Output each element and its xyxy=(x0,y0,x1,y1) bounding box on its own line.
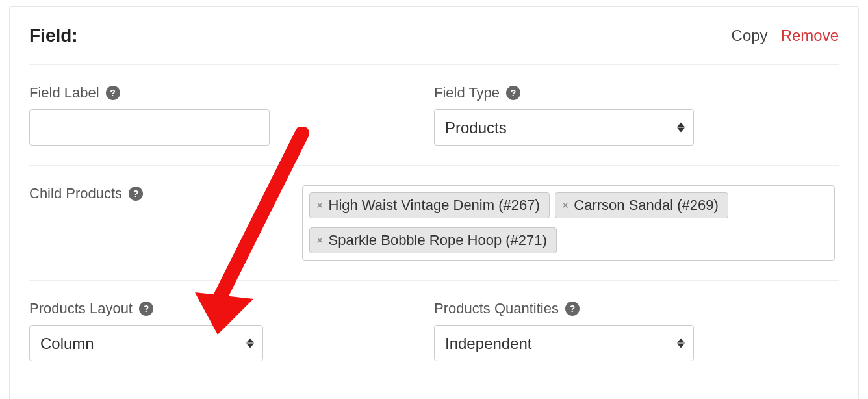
help-icon[interactable]: ? xyxy=(106,86,120,100)
help-icon[interactable]: ? xyxy=(506,86,520,100)
col-field-label: Field Label ? xyxy=(29,84,434,146)
tag-label: High Waist Vintage Denim (#267) xyxy=(329,197,540,214)
col-products-layout: Products Layout ? Column xyxy=(29,300,434,361)
tag-label: Sparkle Bobble Rope Hoop (#271) xyxy=(329,232,547,249)
tag-label: Carrson Sandal (#269) xyxy=(574,197,719,214)
tag-item[interactable]: × Carrson Sandal (#269) xyxy=(555,192,728,218)
products-layout-label: Products Layout xyxy=(29,300,133,317)
col-child-products-tags: × High Waist Vintage Denim (#267) × Carr… xyxy=(302,185,839,261)
row-layout-quantities: Products Layout ? Column Products Quanti… xyxy=(29,281,839,381)
panel-header: Field: Copy Remove xyxy=(29,7,839,64)
close-icon[interactable]: × xyxy=(316,234,324,248)
panel-title: Field: xyxy=(29,25,78,46)
close-icon[interactable]: × xyxy=(562,199,569,212)
products-layout-select[interactable]: Column xyxy=(29,325,263,361)
field-label-label: Field Label xyxy=(29,84,99,101)
field-label-input[interactable] xyxy=(29,109,270,146)
col-field-type: Field Type ? Products xyxy=(434,84,839,146)
row-field-label-type: Field Label ? Field Type ? Products xyxy=(29,65,839,166)
remove-button[interactable]: Remove xyxy=(781,27,839,45)
child-products-tagbox[interactable]: × High Waist Vintage Denim (#267) × Carr… xyxy=(302,185,835,261)
products-layout-select-wrap: Column xyxy=(29,325,263,361)
close-icon[interactable]: × xyxy=(316,199,324,212)
products-quantities-label: Products Quantities xyxy=(434,300,559,317)
products-quantities-select[interactable]: Independent xyxy=(434,325,694,361)
help-icon[interactable]: ? xyxy=(565,302,580,316)
col-child-products-label: Child Products ? xyxy=(29,185,302,261)
field-type-label: Field Type xyxy=(434,84,500,101)
col-products-quantities: Products Quantities ? Independent xyxy=(434,300,839,361)
tag-item[interactable]: × High Waist Vintage Denim (#267) xyxy=(309,192,550,218)
field-type-select-wrap: Products xyxy=(434,109,694,146)
copy-button[interactable]: Copy xyxy=(732,27,768,45)
field-type-select[interactable]: Products xyxy=(434,109,694,146)
help-icon[interactable]: ? xyxy=(129,187,143,201)
panel-actions: Copy Remove xyxy=(732,27,839,45)
field-panel: Field: Copy Remove Field Label ? Field T… xyxy=(9,6,859,399)
row-child-products: Child Products ? × High Waist Vintage De… xyxy=(29,166,839,281)
tag-item[interactable]: × Sparkle Bobble Rope Hoop (#271) xyxy=(309,227,557,253)
products-quantities-select-wrap: Independent xyxy=(434,325,694,361)
child-products-label: Child Products xyxy=(29,185,122,202)
help-icon[interactable]: ? xyxy=(139,302,153,316)
